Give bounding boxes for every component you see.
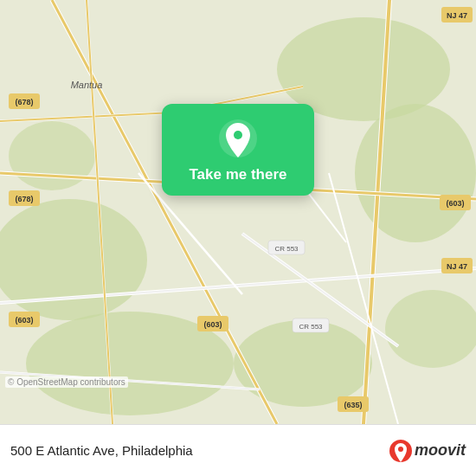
map-svg: (678) (678) (603) NJ 47 NJ 47 (603) (603… bbox=[0, 0, 476, 424]
map-container[interactable]: (678) (678) (603) NJ 47 NJ 47 (603) (603… bbox=[0, 0, 476, 424]
svg-text:(603): (603) bbox=[15, 316, 33, 325]
moovit-icon bbox=[389, 439, 413, 463]
svg-text:(635): (635) bbox=[344, 401, 362, 409]
take-me-there-button[interactable]: Take me there bbox=[162, 104, 314, 196]
svg-point-3 bbox=[355, 104, 476, 242]
svg-point-7 bbox=[9, 121, 95, 190]
take-me-there-label: Take me there bbox=[189, 166, 286, 183]
svg-text:CR 553: CR 553 bbox=[299, 323, 323, 331]
svg-text:(603): (603) bbox=[203, 320, 222, 329]
svg-text:NJ 47: NJ 47 bbox=[447, 262, 467, 271]
svg-text:(678): (678) bbox=[15, 195, 33, 203]
svg-point-8 bbox=[385, 290, 476, 368]
svg-text:(603): (603) bbox=[446, 199, 464, 208]
address-text: 500 E Atlantic Ave, Philadelphia bbox=[10, 443, 389, 458]
location-pin-icon bbox=[217, 118, 259, 159]
svg-point-52 bbox=[234, 131, 242, 139]
svg-text:CR 553: CR 553 bbox=[274, 245, 299, 253]
svg-point-54 bbox=[398, 447, 403, 452]
moovit-logo: moovit bbox=[389, 439, 466, 463]
svg-text:Mantua: Mantua bbox=[71, 80, 103, 90]
svg-point-5 bbox=[234, 320, 372, 407]
osm-attribution: © OpenStreetMap contributors bbox=[5, 376, 128, 388]
svg-text:(678): (678) bbox=[15, 98, 33, 106]
moovit-brand-text: moovit bbox=[415, 441, 466, 460]
bottom-bar: 500 E Atlantic Ave, Philadelphia moovit bbox=[0, 424, 476, 476]
svg-text:NJ 47: NJ 47 bbox=[447, 11, 467, 20]
